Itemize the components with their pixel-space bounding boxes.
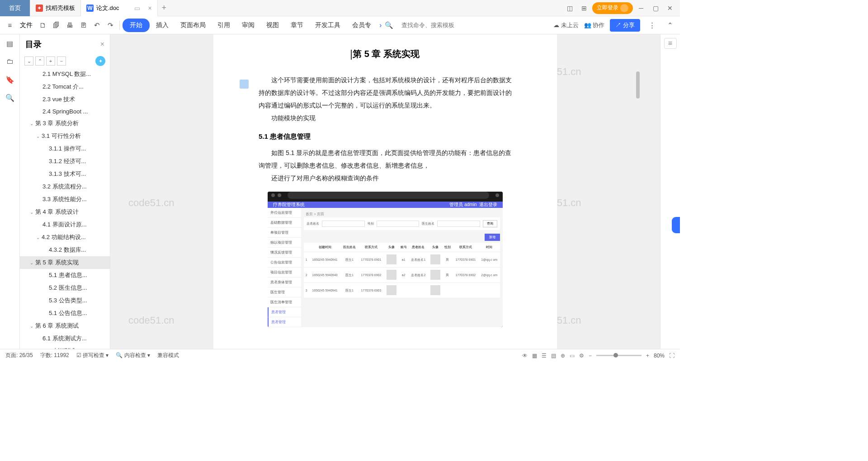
view-print-icon[interactable]: ▭ [570, 353, 575, 359]
expand-all-icon[interactable]: ⌃ [35, 56, 44, 66]
cloud-status[interactable]: ☁ 未上云 [553, 21, 579, 29]
ribbon-tab-insert[interactable]: 插入 [151, 19, 174, 32]
view-outline-icon[interactable]: ☰ [542, 353, 547, 359]
outline-item[interactable]: ⌄第 4 章 系统设计 [20, 206, 110, 218]
paragraph-tool-icon[interactable] [240, 80, 249, 89]
section-heading: 5.1 患者信息管理 [259, 132, 512, 141]
outline-item[interactable]: 5.3 公告类型... [20, 294, 110, 307]
ribbon-tab-view[interactable]: 视图 [261, 19, 284, 32]
collapse-all-icon[interactable]: ⌄ [24, 56, 33, 66]
tab-home[interactable]: 首页 [0, 0, 30, 16]
outline-item[interactable]: 2.4 SpringBoot ... [20, 106, 110, 117]
ribbon-tab-review[interactable]: 审阅 [236, 19, 260, 32]
layout-icon[interactable]: ◫ [563, 2, 576, 14]
outline-item[interactable]: 3.3 系统性能分... [20, 193, 110, 206]
outline-item[interactable]: 6.1 系统测试方... [20, 332, 110, 345]
tab-window-icon[interactable]: ▭ [131, 2, 144, 14]
close-outline-icon[interactable]: × [100, 40, 104, 48]
spellcheck-toggle[interactable]: ☑ 拼写检查 ▾ [76, 352, 109, 359]
outline-item[interactable]: ⌄3.1 可行性分析 [20, 130, 110, 142]
tab-document[interactable]: W 论文.doc ▭ × [81, 0, 158, 16]
content-check[interactable]: 🔍 内容检查 ▾ [116, 352, 150, 359]
outline-toolbar: ⌄ ⌃ + − ✦ [20, 54, 110, 68]
undo-icon[interactable]: ↶ [90, 19, 103, 32]
expand-panel-icon[interactable]: ≡ [664, 38, 677, 49]
document-area[interactable]: code51.cn code51.cn code51.cn code51.cn … [110, 34, 660, 349]
maximize-icon[interactable]: ▢ [649, 2, 662, 14]
close-icon[interactable]: × [148, 5, 152, 12]
word-count[interactable]: 字数: 11992 [40, 352, 69, 359]
outline-list[interactable]: 2.1 MYSQL 数据...2.2 Tomcat 介...2.3 vue 技术… [20, 68, 110, 349]
tab-template[interactable]: ✦ 找稻壳模板 [30, 0, 81, 16]
outline-item[interactable]: 2.2 Tomcat 介... [20, 80, 110, 93]
view-web-icon[interactable]: ▤ [551, 353, 556, 359]
outline-item[interactable]: 4.3.2 数据库... [20, 244, 110, 256]
outline-item[interactable]: ⌄4.2 功能结构设... [20, 231, 110, 244]
sticky-icon[interactable]: 🗀 [5, 56, 15, 67]
more-icon[interactable]: ⋮ [646, 19, 658, 32]
zoom-slider[interactable] [596, 355, 642, 356]
zoom-in-icon[interactable]: + [646, 353, 649, 359]
view-page-icon[interactable]: ▦ [532, 353, 537, 359]
login-button[interactable]: 立即登录 [592, 2, 633, 14]
outline-item[interactable]: 5.1 患者信息... [20, 269, 110, 282]
print-icon[interactable]: 🖶 [63, 19, 76, 32]
save-icon[interactable]: 🗋 [36, 19, 49, 32]
ribbon-tab-references[interactable]: 引用 [212, 19, 236, 32]
view-read-icon[interactable]: ⊕ [561, 353, 565, 359]
add-level-icon[interactable]: + [46, 56, 55, 66]
right-sidebar: ≡ [660, 34, 680, 349]
outline-item[interactable]: 3.2 系统流程分... [20, 180, 110, 193]
close-window-icon[interactable]: ✕ [664, 2, 676, 14]
bookmark-icon[interactable]: 🔖 [5, 74, 15, 85]
remove-level-icon[interactable]: − [57, 56, 66, 66]
outline-item[interactable]: ⌄第 5 章 系统实现 [20, 256, 110, 269]
zoom-value[interactable]: 80% [654, 353, 665, 359]
chevron-right-icon[interactable]: › [379, 21, 382, 29]
ribbon-tab-layout[interactable]: 页面布局 [175, 19, 211, 32]
outline-icon[interactable]: ▤ [5, 38, 15, 49]
title-bar: 首页 ✦ 找稻壳模板 W 论文.doc ▭ × + ◫ ⊞ 立即登录 ─ ▢ ✕ [0, 0, 680, 16]
page-indicator[interactable]: 页面: 26/35 [5, 352, 33, 359]
outline-item[interactable]: ⌄第 6 章 系统测试 [20, 320, 110, 332]
apps-icon[interactable]: ⊞ [578, 2, 590, 14]
outline-item[interactable]: 5.2 医生信息... [20, 282, 110, 294]
paragraph: 还进行了对用户名称的模糊查询的条件 [259, 172, 512, 184]
ribbon-tab-chapter[interactable]: 章节 [285, 19, 309, 32]
outline-item[interactable]: 2.1 MYSQL 数据... [20, 68, 110, 80]
share-button[interactable]: ↗ 分享 [610, 19, 640, 32]
zoom-out-icon[interactable]: − [589, 353, 592, 359]
gear-icon[interactable]: ⚙ [579, 353, 584, 359]
save-as-icon[interactable]: 🗐 [50, 19, 62, 32]
eye-icon[interactable]: 👁 [522, 353, 528, 359]
command-search-input[interactable] [400, 20, 481, 30]
tab-label: 论文.doc [96, 4, 119, 12]
fullscreen-icon[interactable]: ⛶ [669, 353, 675, 359]
feedback-tab[interactable] [672, 217, 680, 233]
collapse-ribbon-icon[interactable]: ⌃ [664, 19, 676, 32]
outline-item[interactable]: ⌄6.2 功能测试 [20, 345, 110, 349]
new-tab-button[interactable]: + [158, 2, 170, 14]
print-preview-icon[interactable]: 🖹 [77, 19, 90, 32]
scroll-thumb[interactable] [636, 71, 640, 99]
ribbon-tab-member[interactable]: 会员专 [347, 19, 377, 32]
outline-item[interactable]: 5.1 公告信息... [20, 307, 110, 320]
find-icon[interactable]: 🔍 [5, 92, 15, 103]
ribbon-tab-developer[interactable]: 开发工具 [310, 19, 346, 32]
redo-icon[interactable]: ↷ [104, 19, 117, 32]
main-area: ▤ 🗀 🔖 🔍 目录 × ⌄ ⌃ + − ✦ 2.1 MYSQL 数据...2.… [0, 34, 680, 349]
file-menu[interactable]: 文件 [17, 21, 35, 29]
vertical-scrollbar[interactable] [636, 69, 640, 336]
compat-mode[interactable]: 兼容模式 [157, 352, 179, 359]
minimize-icon[interactable]: ─ [635, 2, 647, 14]
outline-item[interactable]: 3.1.3 技术可... [20, 168, 110, 180]
collab-button[interactable]: 👥 协作 [584, 21, 605, 29]
outline-item[interactable]: 3.1.1 操作可... [20, 142, 110, 155]
outline-item[interactable]: 4.1 界面设计原... [20, 218, 110, 231]
outline-item[interactable]: 3.1.2 经济可... [20, 155, 110, 168]
outline-item[interactable]: 2.3 vue 技术 [20, 93, 110, 106]
menu-icon[interactable]: ≡ [4, 19, 16, 32]
outline-item[interactable]: ⌄第 3 章 系统分析 [20, 117, 110, 130]
ai-assistant-icon[interactable]: ✦ [95, 56, 105, 66]
ribbon-tab-start[interactable]: 开始 [123, 19, 150, 32]
